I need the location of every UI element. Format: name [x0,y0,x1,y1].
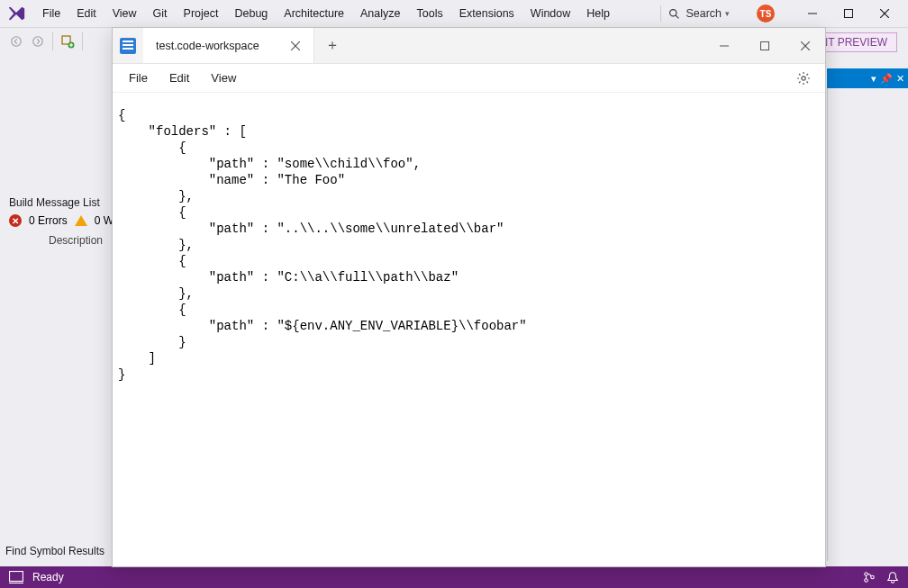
editor-content[interactable]: { "folders" : [ { "path" : "some\\child\… [113,93,825,566]
editor-minimize-button[interactable] [704,28,744,63]
visual-studio-window: File Edit View Git Project Debug Archite… [0,0,908,588]
vs-menu-analyze[interactable]: Analyze [352,0,408,27]
editor-titlebar[interactable]: test.code-workspace ＋ [113,28,825,64]
build-message-list-title: Build Message List [4,193,130,213]
close-icon[interactable]: ✕ [896,73,904,85]
editor-app-icon [113,28,143,63]
vs-menu-view[interactable]: View [104,0,145,27]
vs-menu-window[interactable]: Window [522,0,578,27]
svg-point-6 [12,36,22,46]
notifications-icon[interactable] [886,571,899,583]
find-symbol-results-tab[interactable]: Find Symbol Results [5,545,104,557]
output-pane-icon[interactable] [9,571,23,583]
svg-point-14 [865,573,868,576]
source-control-icon[interactable] [863,571,876,583]
editor-menu-edit[interactable]: Edit [159,64,200,92]
user-avatar[interactable]: TS [757,5,775,23]
editor-tab[interactable]: test.code-workspace [143,28,314,63]
svg-rect-12 [10,572,23,582]
editor-menubar: File Edit View [113,64,825,93]
svg-point-7 [33,36,43,46]
vs-menu-extensions[interactable]: Extensions [451,0,522,27]
vs-search-label: Search [686,7,722,20]
editor-close-button[interactable] [785,28,825,63]
vs-minimize-button[interactable] [794,0,831,27]
build-message-list-panel: Build Message List ✕ 0 Errors 0 W Descri… [4,193,130,247]
editor-menu-file[interactable]: File [118,64,159,92]
svg-point-15 [865,579,868,583]
notepad-icon [120,38,136,54]
nav-forward-icon[interactable] [27,31,49,52]
vs-menu-file[interactable]: File [34,0,68,27]
editor-tab-title: test.code-workspace [156,40,259,52]
vs-logo-icon [5,3,27,24]
build-message-description-header: Description [4,229,130,249]
svg-point-23 [802,76,805,79]
vs-search-box[interactable]: Search ▾ [660,5,737,22]
warnings-count: 0 W [95,214,114,227]
chevron-down-icon: ▾ [725,9,730,18]
vs-menu-help[interactable]: Help [578,0,618,27]
chevron-down-icon[interactable]: ▾ [871,73,876,85]
svg-point-0 [670,9,676,15]
error-icon: ✕ [9,214,22,227]
build-message-counts: ✕ 0 Errors 0 W [4,213,130,229]
nav-back-icon[interactable] [5,31,27,52]
pin-icon[interactable]: 📌 [880,73,893,85]
new-tab-button[interactable]: ＋ [314,28,350,63]
warning-icon [75,215,87,226]
svg-point-16 [871,575,875,579]
gear-icon[interactable] [787,71,820,86]
vs-statusbar: Ready [0,566,908,588]
vs-maximize-button[interactable] [831,0,867,27]
right-toolwindow-header: ▾ 📌 ✕ [827,68,908,88]
svg-line-1 [676,15,679,18]
vs-menu-git[interactable]: Git [145,0,176,27]
right-toolwindow-body [827,88,908,561]
svg-rect-3 [845,10,853,18]
vs-menu-tools[interactable]: Tools [409,0,451,27]
vs-menubar: File Edit View Git Project Debug Archite… [0,0,908,27]
vs-menubar-right: Search ▾ TS [660,0,903,27]
vs-menu-project[interactable]: Project [176,0,227,27]
toolbar-separator [82,32,83,50]
floating-editor-window: test.code-workspace ＋ File Edit [112,27,826,567]
vs-menu-debug[interactable]: Debug [226,0,276,27]
vs-menu-architecture[interactable]: Architecture [276,0,352,27]
toolbar-separator [52,32,53,50]
new-item-icon[interactable] [57,31,78,52]
vs-close-button[interactable] [867,0,903,27]
vs-menu-items: File Edit View Git Project Debug Archite… [34,0,618,27]
vs-menu-edit[interactable]: Edit [68,0,104,27]
tab-close-button[interactable] [286,37,304,55]
svg-rect-20 [760,41,768,50]
errors-count: 0 Errors [29,214,68,227]
status-ready: Ready [32,571,64,583]
editor-menu-view[interactable]: View [200,64,247,92]
editor-maximize-button[interactable] [744,28,785,63]
